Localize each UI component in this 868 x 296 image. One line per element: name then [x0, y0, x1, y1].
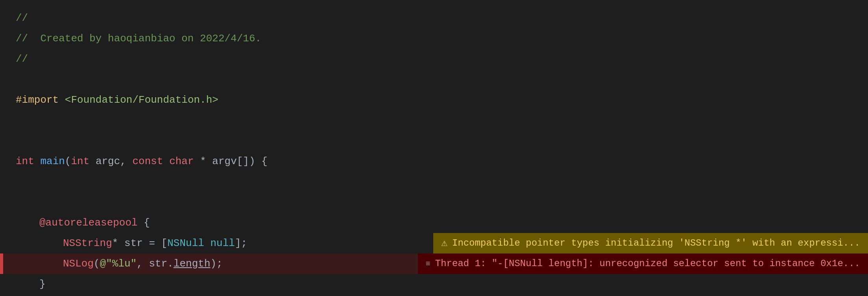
code-line-autoreleasepool: @autoreleasepool { [0, 213, 868, 233]
close-brace: } [39, 276, 46, 292]
code-line-4 [0, 69, 868, 90]
at-keyword: @autoreleasepool [39, 215, 138, 231]
import-path: <Foundation/Foundation.h> [65, 92, 218, 108]
error-icon: ≡ [426, 258, 430, 270]
main-func-name: main [40, 154, 65, 169]
paren-open: ( [65, 154, 71, 169]
pointer-star: * [200, 154, 212, 169]
code-line-2: // Created by haoqianbiao on 2022/4/16. [0, 28, 868, 49]
code-line-nsstring: NSString* str = [NSNull null]; ⚠️ Incomp… [0, 233, 868, 253]
star-str: * [112, 235, 124, 251]
int-keyword-2: int [71, 154, 95, 169]
error-left-bar [0, 253, 3, 274]
import-keyword: #import [16, 92, 65, 108]
code-editor: // // Created by haoqianbiao on 2022/4/1… [0, 0, 868, 296]
comment-text: // [16, 10, 28, 26]
code-line-7 [0, 131, 868, 151]
const-keyword: const [133, 154, 170, 169]
block-open: { [138, 215, 150, 231]
code-line-9 [0, 172, 868, 192]
warning-text: Incompatible pointer types initializing … [452, 236, 860, 250]
char-keyword: char [169, 154, 200, 169]
warning-message-container: ⚠️ Incompatible pointer types initializi… [433, 233, 868, 253]
code-line-close-autorelease: } [0, 274, 868, 294]
code-line-1: // [0, 8, 868, 28]
code-line-10 [0, 192, 868, 213]
nslog-paren: ( [94, 256, 100, 272]
code-line-function-sig: int main(int argc, const char * argv[]) … [0, 151, 868, 172]
code-line-nslog: NSLog(@"%lu", str.length); ≡ Thread 1: "… [0, 253, 868, 274]
length-method: length [174, 256, 211, 272]
code-line-import: #import <Foundation/Foundation.h> [0, 90, 868, 110]
str-var: str = [ [124, 235, 167, 251]
comment-text-created: // Created by haoqianbiao on 2022/4/16. [16, 31, 261, 46]
format-string: @"%lu" [100, 256, 137, 272]
nslog-close: ); [211, 256, 223, 272]
nsstring-type: NSString [63, 235, 112, 251]
int-keyword: int [16, 154, 40, 169]
argv-param: argv[]) { [212, 154, 267, 169]
error-text: Thread 1: "-[NSNull length]: unrecognize… [435, 256, 860, 271]
comma-space: , str. [137, 256, 174, 272]
warning-inline: ⚠️ Incompatible pointer types initializi… [433, 233, 868, 253]
comment-text-3: // [16, 51, 28, 67]
nslog-func-name: NSLog [63, 256, 94, 272]
error-inline: ≡ Thread 1: "-[NSNull length]: unrecogni… [418, 253, 868, 274]
bracket-close: ]; [235, 235, 247, 251]
error-message-container: ≡ Thread 1: "-[NSNull length]: unrecogni… [418, 253, 868, 274]
argc-param: argc, [96, 154, 133, 169]
warning-icon: ⚠️ [441, 235, 447, 251]
code-line-6 [0, 110, 868, 131]
nsnull-class: NSNull null [167, 235, 235, 251]
code-line-3: // [0, 49, 868, 69]
